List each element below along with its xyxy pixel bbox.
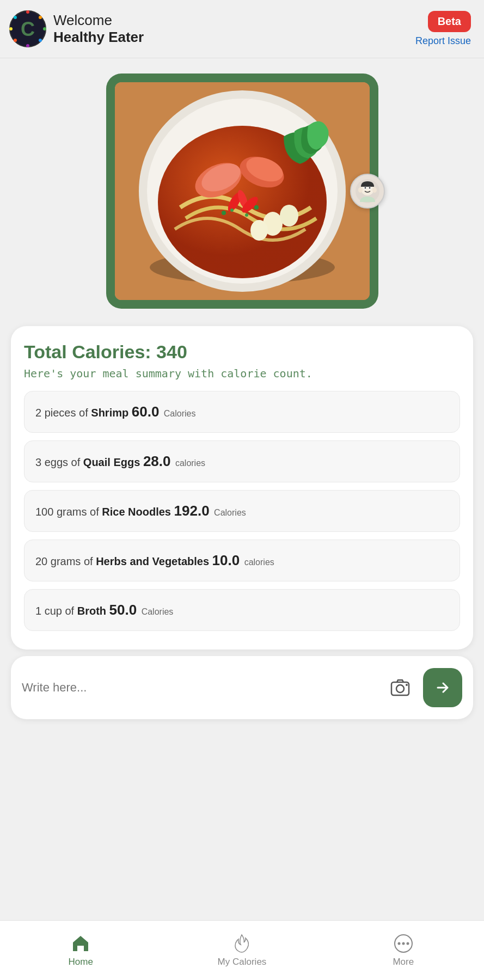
flame-icon xyxy=(232,934,252,953)
food-item: 3 eggs of Quail Eggs 28.0 calories xyxy=(24,440,460,482)
svg-point-45 xyxy=(406,942,409,945)
header-title: Welcome Healthy Eater xyxy=(53,12,144,46)
svg-point-3 xyxy=(39,16,42,19)
total-calories-title: Total Calories: 340 xyxy=(24,341,460,363)
header-right: Beta Report Issue xyxy=(415,11,471,47)
svg-point-36 xyxy=(369,187,370,189)
food-item: 100 grams of Rice Noodles 192.0 Calories xyxy=(24,490,460,532)
svg-point-29 xyxy=(254,205,259,210)
svg-point-37 xyxy=(358,187,363,193)
app-header: C Welcome Healthy Eater Beta Report Issu… xyxy=(0,0,484,58)
svg-point-43 xyxy=(397,942,400,945)
nav-more[interactable]: More xyxy=(323,921,484,980)
camera-button[interactable] xyxy=(386,673,414,702)
svg-point-28 xyxy=(230,209,234,212)
food-image xyxy=(115,82,370,300)
report-issue-link[interactable]: Report Issue xyxy=(415,35,471,47)
avatar-bubble xyxy=(350,174,385,209)
food-item: 20 grams of Herbs and Vegetables 10.0 ca… xyxy=(24,540,460,581)
food-item: 2 pieces of Shrimp 60.0 Calories xyxy=(24,391,460,433)
nav-calories-label: My Calories xyxy=(218,957,267,967)
svg-point-6 xyxy=(26,44,29,47)
welcome-line2: Healthy Eater xyxy=(53,29,144,46)
svg-point-27 xyxy=(222,211,226,215)
send-button[interactable] xyxy=(423,668,462,707)
svg-point-40 xyxy=(396,685,404,693)
input-card xyxy=(11,656,473,719)
image-card xyxy=(106,74,378,309)
svg-point-30 xyxy=(245,213,248,217)
summary-card: Total Calories: 340 Here's your meal sum… xyxy=(11,326,473,650)
svg-point-5 xyxy=(39,39,42,42)
more-icon xyxy=(394,934,413,953)
svg-point-7 xyxy=(14,39,17,42)
svg-point-8 xyxy=(9,27,13,30)
svg-point-4 xyxy=(43,27,46,30)
food-image-section xyxy=(0,58,484,320)
svg-point-41 xyxy=(406,684,408,686)
svg-point-22 xyxy=(280,205,298,226)
app-logo: C xyxy=(9,10,47,48)
beta-badge: Beta xyxy=(428,11,471,32)
food-items-list: 2 pieces of Shrimp 60.0 Calories3 eggs o… xyxy=(24,391,460,631)
food-item: 1 cup of Broth 50.0 Calories xyxy=(24,589,460,631)
svg-point-2 xyxy=(26,10,29,14)
svg-point-35 xyxy=(364,187,366,189)
home-icon xyxy=(71,934,90,953)
svg-point-9 xyxy=(14,16,17,19)
header-left: C Welcome Healthy Eater xyxy=(9,10,144,48)
message-input[interactable] xyxy=(22,681,377,695)
svg-point-23 xyxy=(250,220,268,241)
nav-more-label: More xyxy=(393,957,414,967)
svg-point-44 xyxy=(402,942,405,945)
nav-home[interactable]: Home xyxy=(0,921,161,980)
nav-home-label: Home xyxy=(68,957,93,967)
svg-text:C: C xyxy=(21,18,35,40)
meal-summary-subtitle: Here's your meal summary with calorie co… xyxy=(24,367,460,380)
svg-point-38 xyxy=(372,187,377,193)
nav-calories[interactable]: My Calories xyxy=(161,921,322,980)
welcome-line1: Welcome xyxy=(53,12,144,29)
bottom-nav: Home My Calories More xyxy=(0,920,484,980)
